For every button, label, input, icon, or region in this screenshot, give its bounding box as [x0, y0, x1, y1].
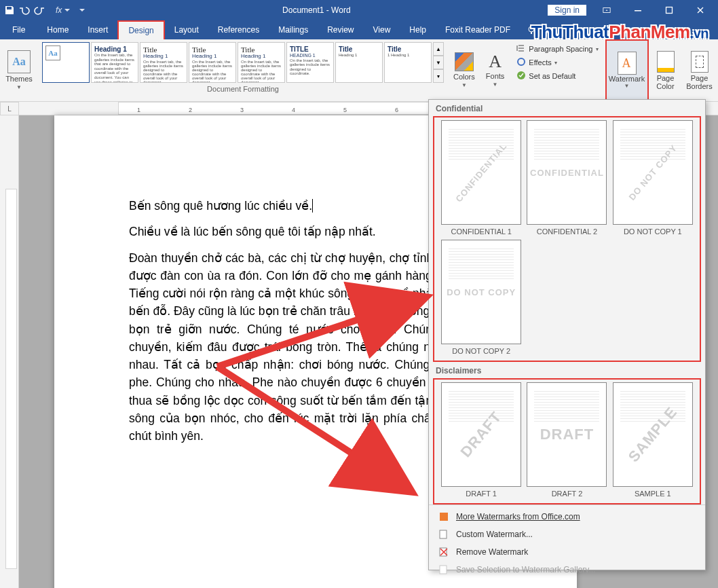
- style-set-thumb[interactable]: TitleHeading 1: [335, 42, 383, 83]
- gallery-down-icon[interactable]: ▼: [433, 56, 444, 69]
- colors-icon: [455, 52, 474, 71]
- ruler-corner[interactable]: L: [0, 102, 19, 115]
- custom-watermark-icon: [438, 529, 449, 540]
- save-selection-icon: [438, 564, 449, 575]
- tab-design[interactable]: Design: [117, 20, 164, 39]
- watermark-thumb[interactable]: SAMPLESAMPLE 1: [613, 382, 693, 498]
- remove-watermark-item[interactable]: Remove Watermark: [429, 543, 705, 561]
- themes-button[interactable]: Aa Themes ▼: [0, 39, 38, 101]
- svg-rect-1: [635, 10, 641, 12]
- gallery-more-icon[interactable]: ▾: [433, 69, 444, 83]
- watermark-section-disclaimers: Disclaimers: [429, 362, 705, 378]
- colors-label: Colors: [453, 73, 475, 81]
- watermark-caption: SAMPLE 1: [635, 490, 671, 498]
- watermark-caption: DO NOT COPY 1: [624, 227, 682, 236]
- close-icon[interactable]: [685, 0, 715, 20]
- paragraph-group: Paragraph Spacing ▾ Effects ▾ Set as Def…: [510, 39, 605, 101]
- save-selection-item: Save Selection to Watermark Gallery...: [429, 561, 705, 578]
- page-color-button[interactable]: Page Color: [649, 39, 683, 101]
- watermark-thumb[interactable]: DRAFTDRAFT 2: [527, 382, 607, 498]
- maximize-icon[interactable]: [654, 0, 684, 20]
- style-set-thumb[interactable]: Title1 Heading 1: [384, 42, 432, 83]
- custom-watermark-label: Custom Watermark...: [456, 530, 533, 539]
- watermark-thumb[interactable]: DO NOT COPYDO NOT COPY 2: [441, 240, 521, 355]
- style-set-gallery[interactable]: AaHeading 1On the Insert tab, the galler…: [42, 42, 444, 83]
- page-color-icon: [657, 51, 675, 73]
- tab-layout[interactable]: Layout: [165, 20, 208, 39]
- paragraph-spacing-icon: [516, 43, 526, 54]
- style-set-thumb[interactable]: TitleHeading 1On the Insert tab, the gal…: [189, 42, 236, 83]
- page-borders-icon: [691, 51, 708, 73]
- watermark-grid-disclaimers: DRAFTDRAFT 1DRAFTDRAFT 2SAMPLESAMPLE 1: [433, 378, 701, 504]
- chevron-down-icon: ▼: [624, 83, 630, 89]
- tab-home[interactable]: Home: [37, 20, 78, 39]
- page-borders-button[interactable]: Page Borders: [683, 39, 717, 101]
- watermark-caption: DO NOT COPY 2: [452, 347, 510, 355]
- watermark-thumb[interactable]: DRAFTDRAFT 1: [441, 382, 521, 498]
- colors-button[interactable]: Colors ▼: [448, 39, 480, 101]
- style-set-thumb[interactable]: TITLEHEADING 1On the Insert tab, the gal…: [286, 42, 334, 83]
- minimize-icon[interactable]: [623, 0, 653, 20]
- tab-help[interactable]: Help: [400, 20, 436, 39]
- sign-in-button[interactable]: Sign in: [548, 5, 586, 16]
- watermark-label: Watermark: [609, 75, 645, 83]
- watermark-button[interactable]: Watermark ▼: [605, 39, 649, 101]
- page-color-label: Page Color: [656, 74, 674, 90]
- title-bar: fx Document1 - Word Sign in: [0, 0, 718, 20]
- redo-icon[interactable]: [34, 5, 45, 16]
- custom-watermark-item[interactable]: Custom Watermark...: [429, 526, 705, 543]
- gallery-up-icon[interactable]: ▲: [433, 42, 444, 56]
- svg-rect-10: [440, 566, 447, 574]
- save-icon[interactable]: [4, 5, 15, 16]
- watermark-menu: More Watermarks from Office.com Custom W…: [429, 504, 705, 581]
- set-default-label: Set as Default: [529, 72, 575, 80]
- svg-point-5: [518, 58, 525, 65]
- remove-icon: [438, 547, 449, 557]
- watermark-gallery-panel: Confidential CONFIDENTIALCONFIDENTIAL 1C…: [428, 99, 706, 570]
- ribbon-display-icon[interactable]: [592, 0, 622, 20]
- tab-foxit[interactable]: Foxit Reader PDF: [436, 20, 520, 39]
- watermark-thumb[interactable]: CONFIDENTIALCONFIDENTIAL 2: [527, 120, 607, 236]
- style-set-thumb[interactable]: Aa: [42, 42, 90, 83]
- tab-view[interactable]: View: [364, 20, 400, 39]
- checkmark-icon: [516, 71, 526, 81]
- svg-rect-2: [666, 7, 673, 14]
- tab-file[interactable]: File: [0, 20, 37, 39]
- page-background-group: Page Color Page Borders: [649, 39, 717, 101]
- chevron-down-icon: ▼: [461, 82, 467, 88]
- paragraph-spacing-label: Paragraph Spacing: [529, 45, 592, 53]
- ribbon-body: Aa Themes ▼ AaHeading 1On the Insert tab…: [0, 39, 718, 102]
- fonts-icon: A: [489, 53, 502, 71]
- watermark-caption: DRAFT 1: [466, 490, 497, 498]
- remove-watermark-label: Remove Watermark: [456, 547, 528, 557]
- tab-mailings[interactable]: Mailings: [269, 20, 318, 39]
- tab-review[interactable]: Review: [318, 20, 363, 39]
- paragraph-spacing-button[interactable]: Paragraph Spacing ▾: [516, 43, 598, 54]
- svg-rect-8: [440, 530, 447, 538]
- fonts-label: Fonts: [486, 72, 505, 80]
- more-watermarks-label: More Watermarks from Office.com: [456, 512, 580, 521]
- effects-button[interactable]: Effects ▾: [516, 57, 598, 68]
- watermark-caption: CONFIDENTIAL 1: [451, 227, 511, 236]
- chevron-down-icon: ▼: [493, 81, 498, 88]
- watermark-thumb[interactable]: DO NOT COPYDO NOT COPY 1: [613, 120, 693, 236]
- more-watermarks-item[interactable]: More Watermarks from Office.com: [429, 508, 705, 526]
- effects-icon: [516, 57, 526, 68]
- chevron-down-icon: ▾: [596, 46, 599, 52]
- tab-insert[interactable]: Insert: [78, 20, 117, 39]
- undo-icon[interactable]: [19, 5, 30, 16]
- window-title: Document1 - Word: [85, 5, 548, 15]
- watermark-thumb[interactable]: CONFIDENTIALCONFIDENTIAL 1: [441, 120, 521, 236]
- fonts-button[interactable]: A Fonts ▼: [480, 39, 510, 101]
- tab-references[interactable]: References: [208, 20, 269, 39]
- style-set-thumb[interactable]: Heading 1On the Insert tab, the gallerie…: [91, 42, 138, 83]
- style-set-thumb[interactable]: TitleHeading 1On the Insert tab, the gal…: [238, 42, 285, 83]
- vertical-ruler[interactable]: [0, 115, 19, 588]
- paragraph-1: Bến sông quê hương lúc chiều về.: [129, 199, 312, 213]
- chevron-down-icon: ▾: [554, 60, 557, 66]
- fx-icon: fx: [56, 5, 62, 15]
- formula-bar: fx: [56, 5, 85, 15]
- style-set-thumb[interactable]: TitleHeading 1On the Insert tab, the gal…: [140, 42, 187, 83]
- set-default-button[interactable]: Set as Default: [516, 71, 598, 81]
- watermark-icon: [618, 52, 637, 75]
